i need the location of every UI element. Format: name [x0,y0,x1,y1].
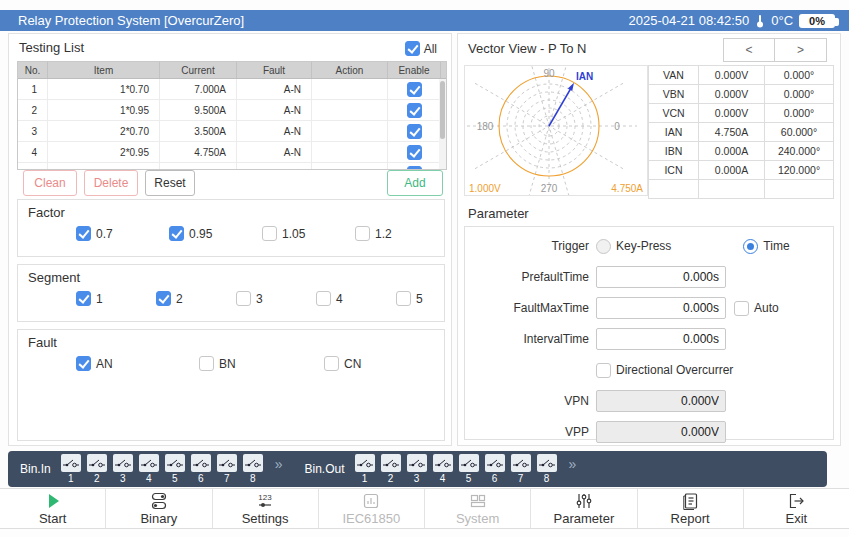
row-enable-checkbox[interactable] [407,145,422,160]
table-row[interactable]: 3 2*0.70 3.500A A-N [18,121,446,142]
switch-icon [459,454,479,472]
segment-option[interactable]: 1 [76,291,156,306]
auto-checkbox[interactable] [734,301,749,316]
factor-group: Factor 0.7 0.95 1.05 1.2 [17,199,445,257]
start-button[interactable]: Start [0,489,106,528]
fault-checkbox[interactable] [324,356,339,371]
bin-in-channel[interactable]: 3 [113,454,133,485]
switch-icon [61,454,81,472]
select-all-checkbox[interactable] [405,41,420,56]
bin-out-channel[interactable]: 2 [381,454,401,485]
time-radio[interactable] [743,239,758,254]
row-enable-checkbox[interactable] [407,124,422,139]
bin-out-channel[interactable]: 6 [485,454,505,485]
table-row-partial[interactable] [18,163,446,170]
main-toolbar: Start Binary 123 Settings IEC61850 [0,488,849,529]
parameter-title: Parameter [468,206,529,221]
table-scrollbar[interactable] [439,79,446,169]
factor-option[interactable]: 1.05 [262,226,355,241]
segment-option[interactable]: 2 [156,291,236,306]
next-vector-button[interactable]: > [775,38,827,62]
trigger-keypress-option[interactable]: Key-Press [596,239,671,254]
keypress-radio[interactable] [596,239,611,254]
segment-checkbox[interactable] [76,291,91,306]
bin-in-channel[interactable]: 8 [243,454,263,485]
bin-out-channel[interactable]: 1 [355,454,375,485]
segment-option[interactable]: 3 [236,291,316,306]
settings-button[interactable]: 123 Settings [213,489,319,528]
axis-label-90: 90 [543,68,555,79]
bin-in-channel[interactable]: 1 [61,454,81,485]
phasor-row: VCN 0.000V 0.000° [649,104,833,123]
bin-out-expand-icon[interactable]: » [569,456,577,472]
prev-vector-button[interactable]: < [723,38,775,62]
factor-checkbox[interactable] [76,226,91,241]
bin-in-channel[interactable]: 7 [217,454,237,485]
bin-in-channel[interactable]: 6 [191,454,211,485]
fault-option[interactable]: BN [199,356,324,371]
faultmaxtime-input[interactable] [596,297,726,319]
switch-icon [511,454,531,472]
trigger-time-option[interactable]: Time [743,239,789,254]
trigger-label: Trigger [465,239,589,253]
bin-in-channel[interactable]: 4 [139,454,159,485]
switch-icon [485,454,505,472]
factor-option[interactable]: 0.95 [169,226,262,241]
factor-checkbox[interactable] [262,226,277,241]
row-enable-checkbox[interactable] [407,82,422,97]
add-button[interactable]: Add [387,170,443,196]
bin-out-channel[interactable]: 4 [433,454,453,485]
factor-checkbox[interactable] [355,226,370,241]
fault-checkbox[interactable] [76,356,91,371]
table-row[interactable]: 1 1*0.70 7.000A A-N [18,79,446,100]
vector-view-title: Vector View - P To N [468,41,587,56]
switch-icon [87,454,107,472]
table-row[interactable]: 4 2*0.95 4.750A A-N [18,142,446,163]
switch-icon [217,454,237,472]
intervaltime-input[interactable] [596,328,726,350]
battery-indicator: 0% [799,14,835,28]
switch-icon [113,454,133,472]
clean-button[interactable]: Clean [23,170,77,196]
scrollbar-thumb[interactable] [440,81,445,139]
segment-checkbox[interactable] [156,291,171,306]
delete-button[interactable]: Delete [84,170,138,196]
row-enable-checkbox[interactable] [407,103,422,118]
fault-title: Fault [28,335,57,350]
intervaltime-label: IntervalTime [465,332,589,346]
datetime: 2025-04-21 08:42:50 [629,13,750,28]
bin-in-channel[interactable]: 5 [165,454,185,485]
factor-checkbox[interactable] [169,226,184,241]
switch-icon [355,454,375,472]
directional-overcurrent-checkbox[interactable] [596,363,611,378]
segment-checkbox[interactable] [396,291,411,306]
bin-out-channel[interactable]: 8 [537,454,557,485]
bin-out-channel[interactable]: 5 [459,454,479,485]
segment-checkbox[interactable] [316,291,331,306]
binary-status-bar: Bin.In 1 2 3 4 5 6 7 8 » Bin.Out 1 2 3 4… [8,451,827,487]
factor-option[interactable]: 1.2 [355,226,448,241]
fault-option[interactable]: AN [76,356,199,371]
factor-option[interactable]: 0.7 [76,226,169,241]
bin-in-channel[interactable]: 2 [87,454,107,485]
fault-checkbox[interactable] [199,356,214,371]
table-row[interactable]: 2 1*0.95 9.500A A-N [18,100,446,121]
exit-button[interactable]: Exit [744,489,849,528]
reset-button[interactable]: Reset [145,170,195,196]
phasor-vector-ian: IAN [549,71,593,126]
report-button[interactable]: Report [638,489,744,528]
bin-in-expand-icon[interactable]: » [275,456,283,472]
switch-icon [139,454,159,472]
fault-option[interactable]: CN [324,356,449,371]
parameter-button[interactable]: Parameter [531,489,637,528]
bin-out-channel[interactable]: 3 [407,454,427,485]
directional-overcurrent-option[interactable]: Directional Overcurrer [596,363,733,378]
segment-option[interactable]: 4 [316,291,396,306]
bin-out-channel[interactable]: 7 [511,454,531,485]
prefaulttime-label: PrefaultTime [465,270,589,284]
prefaulttime-input[interactable] [596,266,726,288]
binary-button[interactable]: Binary [106,489,212,528]
vector-label: IAN [576,71,593,82]
segment-checkbox[interactable] [236,291,251,306]
auto-option[interactable]: Auto [734,301,779,316]
